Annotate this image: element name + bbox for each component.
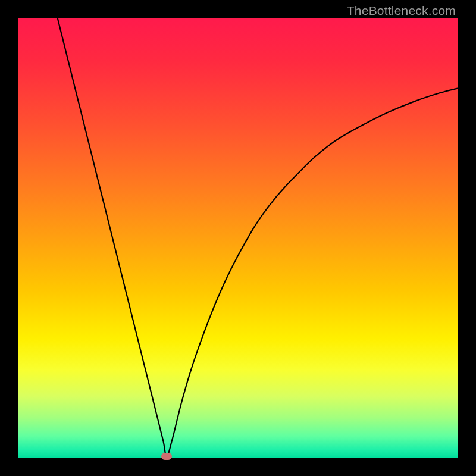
chart-frame: TheBottleneck.com (0, 0, 476, 476)
bottleneck-curve (58, 18, 458, 456)
chart-svg (0, 0, 476, 476)
minimum-marker (161, 453, 172, 460)
